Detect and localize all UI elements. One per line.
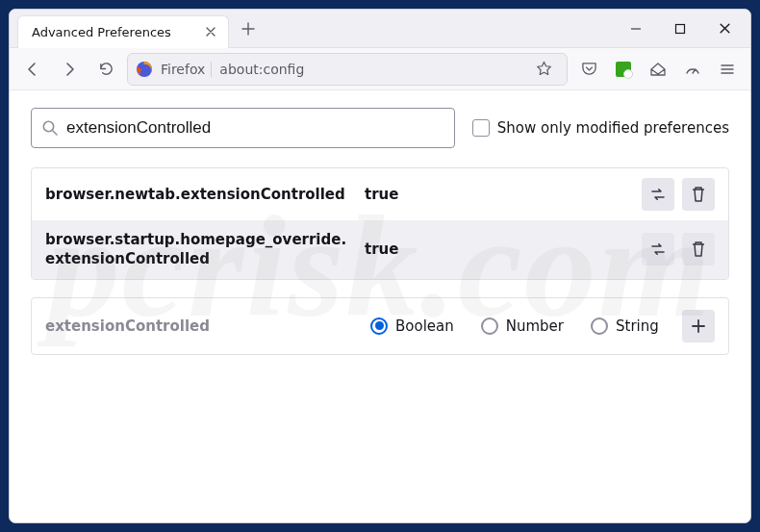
new-tab-button[interactable] — [235, 15, 262, 42]
show-modified-checkbox[interactable]: Show only modified preferences — [472, 119, 729, 137]
new-pref-row: extensionControlled Boolean Number Strin… — [31, 297, 729, 355]
toggle-button[interactable] — [642, 233, 674, 266]
back-button[interactable] — [17, 54, 48, 85]
toggle-button[interactable] — [642, 178, 674, 211]
toolbar: Firefox about:config — [10, 48, 750, 90]
address-url: about:config — [219, 62, 304, 77]
type-number-radio[interactable]: Number — [481, 317, 564, 335]
reload-button[interactable] — [90, 54, 121, 85]
titlebar: Advanced Preferences — [10, 10, 750, 48]
svg-point-2 — [43, 121, 53, 131]
maximize-button[interactable] — [658, 10, 702, 48]
radio-icon — [370, 317, 388, 335]
extension-icon[interactable] — [608, 54, 639, 85]
search-row: Show only modified preferences — [31, 108, 729, 148]
forward-button[interactable] — [54, 54, 85, 85]
add-pref-button[interactable] — [682, 310, 715, 342]
pref-value: true — [365, 241, 630, 258]
inbox-icon[interactable] — [643, 54, 673, 85]
toolbar-right — [573, 54, 743, 85]
app-window: Advanced Preferences Firefox about:confi… — [9, 9, 751, 523]
bookmark-star-icon[interactable] — [528, 54, 559, 85]
pref-search-box[interactable] — [31, 108, 455, 148]
svg-rect-0 — [676, 24, 685, 33]
type-boolean-radio[interactable]: Boolean — [370, 317, 454, 335]
browser-tab[interactable]: Advanced Preferences — [17, 15, 229, 48]
pref-search-input[interactable] — [66, 118, 444, 138]
pref-row: browser.newtab.extensionControlled true — [32, 168, 728, 220]
close-tab-icon[interactable] — [203, 24, 218, 39]
pref-value: true — [365, 186, 630, 203]
pref-name: browser.newtab.extensionControlled — [45, 185, 353, 204]
minimize-button[interactable] — [614, 10, 658, 48]
content-area: Show only modified preferences browser.n… — [10, 90, 750, 522]
dashboard-icon[interactable] — [677, 54, 708, 85]
delete-button[interactable] — [682, 178, 715, 211]
firefox-logo-icon — [136, 61, 153, 78]
menu-button[interactable] — [712, 54, 743, 85]
pref-actions — [642, 233, 715, 266]
new-pref-name: extensionControlled — [45, 317, 353, 335]
pref-name: browser.startup.homepage_override.extens… — [45, 230, 353, 269]
checkbox-icon — [472, 119, 490, 137]
type-radio-group: Boolean Number String — [370, 317, 665, 335]
address-bar[interactable]: Firefox about:config — [127, 53, 568, 86]
pref-actions — [642, 178, 715, 211]
prefs-table: browser.newtab.extensionControlled true … — [31, 167, 729, 280]
show-modified-label: Show only modified preferences — [497, 119, 729, 137]
search-icon — [41, 119, 59, 137]
pref-row: browser.startup.homepage_override.extens… — [32, 220, 728, 279]
window-controls — [614, 10, 750, 48]
pocket-icon[interactable] — [573, 54, 604, 85]
radio-icon — [481, 317, 498, 335]
close-window-button[interactable] — [702, 10, 747, 48]
radio-icon — [591, 317, 608, 335]
address-identity: Firefox — [161, 62, 212, 77]
type-string-radio[interactable]: String — [591, 317, 659, 335]
tab-title: Advanced Preferences — [32, 25, 171, 39]
delete-button[interactable] — [682, 233, 715, 266]
